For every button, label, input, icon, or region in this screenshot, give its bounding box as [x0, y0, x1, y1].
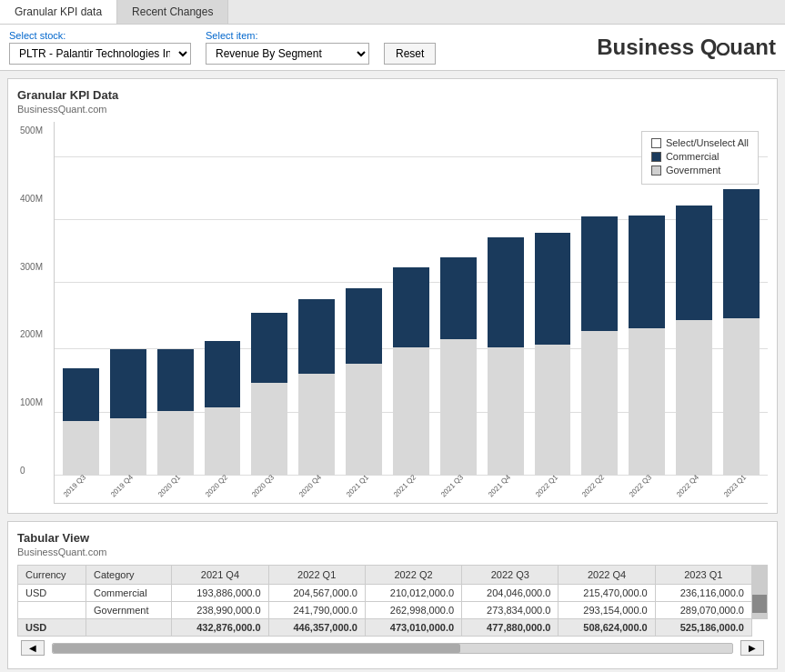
scroll-right-button[interactable]: ▶ [740, 640, 764, 656]
bar-government [63, 421, 99, 476]
total-currency: USD [18, 619, 86, 637]
stock-select[interactable]: PLTR - Palantir Technologies Inc [9, 43, 191, 65]
bar-commercial [535, 233, 571, 345]
cell-value: 204,567,000.0 [268, 585, 365, 602]
reset-button[interactable]: Reset [384, 43, 436, 65]
cell-value: 236,116,000.0 [655, 585, 751, 602]
bar-commercial [110, 349, 146, 418]
scroll-left-button[interactable]: ◀ [21, 640, 45, 656]
commercial-checkbox[interactable] [651, 152, 661, 162]
item-selector-group: Select item: Revenue By Segment [206, 30, 369, 65]
x-axis-label: 2020 Q2 [200, 477, 246, 503]
table-row: Government238,990,000.0241,790,000.0262,… [18, 602, 768, 619]
bar-group [153, 125, 198, 476]
cell-value: 238,990,000.0 [172, 602, 268, 619]
bar-stack [723, 189, 760, 476]
bar-commercial [157, 349, 194, 411]
x-axis-labels: 2019 Q32019 Q42020 Q12020 Q22020 Q32020 … [55, 477, 768, 503]
bar-government [298, 374, 335, 476]
x-label-text: 2020 Q4 [297, 473, 323, 498]
tabs-bar: Granular KPI data Recent Changes [0, 0, 785, 25]
bar-commercial [393, 267, 429, 347]
x-label-text: 2020 Q3 [250, 473, 276, 498]
col-2023q1: 2023 Q1 [655, 566, 751, 585]
x-axis-label: 2019 Q4 [106, 477, 151, 503]
scroll-track[interactable] [52, 643, 733, 654]
bar-commercial [581, 216, 618, 331]
bar-government [488, 347, 524, 476]
cell-value: 241,790,000.0 [268, 602, 365, 619]
chart-title: Granular KPI Data [17, 88, 768, 102]
table-scrollbar[interactable] [752, 585, 768, 619]
chart-section: Granular KPI Data BusinessQuant.com [7, 78, 778, 514]
cell-category: Government [86, 602, 171, 619]
x-axis-label: 2021 Q4 [483, 477, 528, 503]
scroll-thumb[interactable] [53, 644, 460, 653]
cell-value: 293,154,000.0 [559, 602, 655, 619]
item-select[interactable]: Revenue By Segment [206, 43, 369, 65]
x-label-text: 2019 Q3 [62, 473, 87, 498]
bar-stack [535, 233, 571, 476]
col-2022q1: 2022 Q1 [268, 566, 365, 585]
bar-stack [298, 299, 335, 476]
total-label [86, 619, 171, 637]
chart-subtitle: BusinessQuant.com [17, 104, 768, 115]
table-subtitle: BusinessQuant.com [17, 547, 768, 557]
x-axis-label: 2022 Q4 [671, 477, 717, 503]
bar-government [629, 328, 665, 476]
item-label: Select item: [206, 30, 369, 41]
bar-stack [393, 267, 429, 476]
x-axis-label: 2022 Q3 [624, 477, 669, 503]
x-axis-label: 2021 Q1 [341, 477, 387, 503]
government-checkbox[interactable] [651, 165, 661, 176]
bar-government [393, 347, 429, 476]
bar-commercial [251, 313, 287, 383]
x-axis-label: 2020 Q4 [294, 477, 339, 503]
table-section: Tabular View BusinessQuant.com Currency … [7, 521, 778, 669]
bar-group [388, 125, 434, 476]
bar-government [676, 320, 712, 476]
bar-stack [157, 349, 194, 476]
bar-group [200, 125, 246, 476]
table-header-row: Currency Category 2021 Q4 2022 Q1 2022 Q… [18, 566, 768, 585]
col-currency: Currency [18, 566, 86, 585]
bar-government [157, 411, 194, 476]
x-axis-label: 2021 Q3 [436, 477, 481, 503]
tab-recent-changes[interactable]: Recent Changes [117, 0, 228, 24]
bar-commercial [63, 368, 99, 421]
chart-legend: Select/Unselect All Commercial Governmen… [641, 131, 759, 185]
legend-commercial[interactable]: Commercial [651, 151, 749, 162]
bar-stack [251, 313, 287, 476]
bar-government [723, 318, 760, 476]
x-label-text: 2021 Q1 [345, 473, 370, 498]
bar-group [530, 125, 576, 476]
x-axis-label: 2021 Q2 [388, 477, 434, 503]
bar-commercial [298, 299, 335, 374]
data-table: Currency Category 2021 Q4 2022 Q1 2022 Q… [17, 565, 768, 637]
bar-group [341, 125, 387, 476]
x-label-text: 2020 Q1 [156, 473, 182, 498]
bar-stack [346, 288, 382, 476]
tab-granular-kpi[interactable]: Granular KPI data [0, 0, 117, 24]
x-label-text: 2019 Q4 [109, 473, 135, 498]
main-content: Granular KPI Data BusinessQuant.com [0, 71, 785, 672]
stock-selector-group: Select stock: PLTR - Palantir Technologi… [9, 30, 191, 65]
bar-stack [440, 257, 477, 476]
x-axis-label: 2020 Q3 [247, 477, 292, 503]
cell-category: Commercial [86, 585, 171, 602]
bar-commercial [440, 257, 477, 339]
bar-government [581, 331, 618, 476]
x-label-text: 2022 Q3 [628, 473, 653, 498]
col-2022q3: 2022 Q3 [462, 566, 559, 585]
col-2022q4: 2022 Q4 [559, 566, 655, 585]
total-value: 477,880,000.0 [462, 619, 559, 637]
select-all-checkbox[interactable] [651, 138, 661, 148]
x-axis-label: 2020 Q1 [153, 477, 198, 503]
legend-government[interactable]: Government [651, 165, 749, 176]
bar-commercial [629, 216, 665, 328]
cell-value: 210,012,000.0 [365, 585, 461, 602]
bar-stack [581, 216, 618, 476]
x-label-text: 2021 Q2 [392, 473, 418, 498]
legend-select-all[interactable]: Select/Unselect All [651, 137, 749, 148]
x-label-text: 2022 Q1 [534, 473, 559, 498]
